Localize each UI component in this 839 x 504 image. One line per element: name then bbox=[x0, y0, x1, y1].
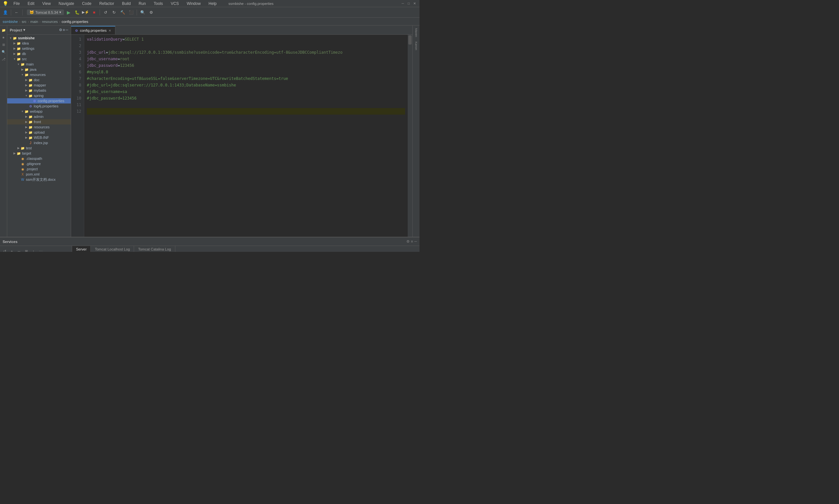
tree-item-resources[interactable]: ▾ 📁 resources bbox=[7, 72, 71, 77]
breadcrumb-src[interactable]: src bbox=[22, 20, 27, 23]
tree-item-pom[interactable]: X pom.xml bbox=[7, 172, 71, 177]
tree-item-project-file[interactable]: ◉ .project bbox=[7, 166, 71, 172]
tree-item-spring[interactable]: ▾ 📁 spring bbox=[7, 93, 71, 98]
toolbar-project-icon[interactable]: 👤 bbox=[1, 8, 9, 16]
tab-config-properties[interactable]: ⚙ config.properties ✕ bbox=[71, 26, 115, 34]
folder-icon-ssmbishe: 📁 bbox=[13, 36, 17, 40]
tab-close-config[interactable]: ✕ bbox=[108, 29, 111, 32]
tree-item-index-jsp[interactable]: J index.jsp bbox=[7, 140, 71, 145]
tree-item-gitignore[interactable]: ◉ .gitignore bbox=[7, 161, 71, 166]
tree-item-upload[interactable]: ▶ 📁 upload bbox=[7, 130, 71, 135]
tree-label-doc: doc bbox=[34, 78, 40, 82]
tree-item-webapp[interactable]: ▾ 📁 webapp bbox=[7, 109, 71, 114]
toolbar-debug-btn[interactable]: 🐛 bbox=[73, 8, 81, 16]
title-menu-build[interactable]: Build bbox=[119, 1, 134, 6]
git-icon[interactable]: ⎇ bbox=[0, 56, 7, 62]
toolbar-build-btn[interactable]: 🔨 bbox=[119, 8, 126, 16]
tree-item-idea[interactable]: ▶ 📁 idea bbox=[7, 41, 71, 46]
bookmark-icon[interactable]: ★ bbox=[0, 34, 7, 41]
svc-group-btn[interactable]: ⊞ bbox=[23, 248, 30, 252]
tree-item-doc[interactable]: ▶ 📁 doc bbox=[7, 77, 71, 83]
toolbar-stop2-btn[interactable]: ⬛ bbox=[127, 8, 135, 16]
project-cog-icon[interactable]: ⚙ bbox=[59, 28, 62, 32]
toolbar-back-btn[interactable]: ← bbox=[13, 8, 21, 16]
tree-arrow-upload: ▶ bbox=[24, 131, 28, 134]
svc-refresh-btn[interactable]: ↺ bbox=[1, 248, 8, 252]
tree-arrow-idea: ▶ bbox=[13, 41, 16, 45]
project-collapse-icon[interactable]: ─ bbox=[66, 28, 68, 32]
svc-more-btn[interactable]: ⋯ bbox=[37, 248, 44, 252]
tree-item-target[interactable]: ▶ 📁 target bbox=[7, 151, 71, 156]
tree-item-webinf[interactable]: ▶ 📁 WEB-INF bbox=[7, 135, 71, 140]
toolbar-search-btn[interactable]: 🔍 bbox=[139, 8, 146, 16]
toolbar-refresh2-btn[interactable]: ↻ bbox=[110, 8, 118, 16]
title-menu-file[interactable]: File bbox=[11, 1, 22, 6]
breadcrumb-main[interactable]: main bbox=[30, 20, 38, 23]
tree-label-db: db bbox=[22, 52, 26, 56]
breadcrumb-config[interactable]: config.properties bbox=[62, 20, 88, 23]
toolbar-run-coverage-btn[interactable]: ▶⚡ bbox=[82, 8, 89, 16]
maximize-button[interactable]: □ bbox=[406, 1, 411, 6]
title-menu-vcs[interactable]: VCS bbox=[168, 1, 181, 6]
properties-icon-log4j: ⚙ bbox=[28, 104, 33, 108]
project-gear2-icon[interactable]: ≡ bbox=[63, 28, 65, 32]
tree-item-classpath[interactable]: ◉ .classpath bbox=[7, 156, 71, 161]
project-icon[interactable]: 📁 bbox=[0, 27, 7, 33]
svc-add-btn[interactable]: + bbox=[8, 248, 15, 252]
svc-remove-btn[interactable]: ─ bbox=[16, 248, 22, 252]
tree-item-main[interactable]: ▾ 📁 main bbox=[7, 61, 71, 67]
tree-item-ssmbishe[interactable]: ▾ 📁 ssmbishe bbox=[7, 35, 71, 41]
kanon-icon[interactable]: Kanon bbox=[414, 40, 419, 51]
code-line-6: #mysql8.0 bbox=[87, 69, 405, 75]
breadcrumb: ssmbishe › src › main › resources › conf… bbox=[0, 18, 419, 25]
tree-item-docx[interactable]: W ssm开发文档.docx bbox=[7, 177, 71, 182]
services-minimize-icon[interactable]: ─ bbox=[414, 239, 417, 244]
tree-label-gitignore: .gitignore bbox=[26, 162, 41, 166]
services-settings-icon[interactable]: ⚙ bbox=[406, 239, 410, 244]
structure-icon[interactable]: ⊞ bbox=[0, 41, 7, 48]
title-menu-refactor[interactable]: Refactor bbox=[97, 1, 117, 6]
tree-item-db[interactable]: ▶ 📁 db bbox=[7, 51, 71, 56]
tree-item-src[interactable]: ▾ 📁 src bbox=[7, 56, 71, 61]
title-menu-run[interactable]: Run bbox=[136, 1, 148, 6]
editor-area: ⚙ config.properties ✕ 1 2 3 4 5 6 7 8 9 … bbox=[71, 25, 412, 237]
title-menu-code[interactable]: Code bbox=[79, 1, 94, 6]
tree-item-mybatis[interactable]: ▶ 📁 mybatis bbox=[7, 88, 71, 93]
scrollbar-thumb[interactable] bbox=[408, 35, 412, 44]
services-gear-icon[interactable]: ≡ bbox=[411, 239, 413, 244]
title-menu-view[interactable]: View bbox=[40, 1, 53, 6]
minimize-button[interactable]: ─ bbox=[401, 1, 405, 6]
toolbar-refresh-btn[interactable]: ↺ bbox=[102, 8, 109, 16]
toolbar-settings-btn[interactable]: ⚙ bbox=[147, 8, 155, 16]
find-icon[interactable]: 🔍 bbox=[0, 49, 7, 55]
tomcat-selector[interactable]: 🐱 Tomcat 8.5.34 ▾ bbox=[27, 10, 64, 15]
server-tab-catalina-log[interactable]: Tomcat Catalina Log bbox=[134, 246, 175, 252]
tree-item-front[interactable]: ▶ 📁 front bbox=[7, 119, 71, 124]
toolbar-run-btn[interactable]: ▶ bbox=[65, 8, 72, 16]
project-dropdown-icon[interactable]: ▾ bbox=[23, 28, 25, 32]
maven-icon[interactable]: Maven bbox=[414, 27, 419, 38]
server-tab-localhost-log[interactable]: Tomcat Localhost Log bbox=[91, 246, 134, 252]
server-tab-server[interactable]: Server bbox=[72, 246, 91, 252]
tree-item-admin[interactable]: ▶ 📁 admin bbox=[7, 114, 71, 119]
title-menu-window[interactable]: Window bbox=[184, 1, 204, 6]
breadcrumb-ssmbishe[interactable]: ssmbishe bbox=[3, 20, 18, 23]
code-editor[interactable]: validationQuery=SELECT 1 jdbc_url=jdbc:m… bbox=[84, 35, 408, 237]
tree-item-java[interactable]: ▶ 📁 java bbox=[7, 67, 71, 72]
title-menu-edit[interactable]: Edit bbox=[25, 1, 37, 6]
tree-item-webapp-resources[interactable]: ▶ 📁 resources bbox=[7, 124, 71, 130]
breadcrumb-resources[interactable]: resources bbox=[42, 20, 58, 23]
close-button[interactable]: ✕ bbox=[412, 1, 417, 6]
toolbar-stop-btn[interactable]: ■ bbox=[90, 8, 98, 16]
svc-sort-btn[interactable]: ↕ bbox=[30, 248, 37, 252]
title-menu-navigate[interactable]: Navigate bbox=[56, 1, 77, 6]
tree-item-log4j[interactable]: ⚙ log4j.properties bbox=[7, 104, 71, 109]
tree-item-mapper[interactable]: ▶ 📁 mapper bbox=[7, 83, 71, 88]
tree-item-test[interactable]: ▶ 📁 test bbox=[7, 145, 71, 151]
editor-scrollbar[interactable] bbox=[408, 35, 412, 237]
tree-label-project-file: .project bbox=[26, 167, 38, 171]
title-menu-tools[interactable]: Tools bbox=[151, 1, 165, 6]
title-menu-help[interactable]: Help bbox=[206, 1, 219, 6]
tree-item-settings[interactable]: ▶ 📁 settings bbox=[7, 46, 71, 51]
tree-item-config-properties[interactable]: ⚙ config.properties bbox=[7, 98, 71, 104]
